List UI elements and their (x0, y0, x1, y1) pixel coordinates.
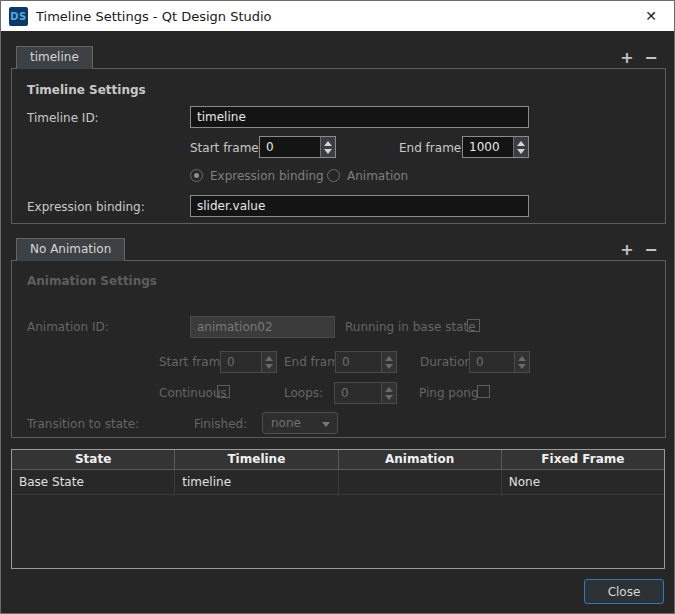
cell-animation (339, 470, 502, 494)
table-empty-area (12, 495, 664, 568)
spinner-arrows-icon (261, 352, 276, 372)
animation-radio-label: Animation (347, 169, 408, 183)
window-title: Timeline Settings - Qt Design Studio (36, 9, 272, 24)
anim-end-frame-spinner: 0 (335, 351, 397, 373)
close-button[interactable]: Close (584, 579, 664, 604)
titlebar: DS Timeline Settings - Qt Design Studio … (1, 1, 674, 31)
running-in-base-state-checkbox (467, 319, 480, 332)
header-fixed-frame[interactable]: Fixed Frame (502, 450, 664, 469)
transition-to-state-label: Transition to state: (27, 417, 139, 431)
app-logo-icon: DS (9, 7, 28, 26)
duration-spinner: 0 (469, 351, 530, 373)
start-frame-spinner[interactable]: 0 (259, 136, 336, 158)
timeline-id-label: Timeline ID: (27, 111, 99, 125)
states-table-header-row: State Timeline Animation Fixed Frame (12, 450, 664, 470)
header-state[interactable]: State (12, 450, 175, 469)
tab-timeline[interactable]: timeline (16, 46, 93, 69)
animation-settings-panel: Animation Settings Animation ID: Running… (11, 260, 666, 438)
expression-binding-input[interactable] (190, 195, 529, 217)
timeline-settings-panel: Timeline Settings Timeline ID: Start fra… (11, 68, 666, 224)
animation-radio (327, 169, 340, 182)
continuous-checkbox (217, 385, 230, 398)
cell-fixed-frame: None (502, 470, 664, 494)
timeline-settings-heading: Timeline Settings (27, 83, 146, 97)
header-animation[interactable]: Animation (339, 450, 502, 469)
finished-dropdown: none (262, 412, 338, 434)
animation-add-button[interactable]: + (617, 239, 637, 259)
timeline-settings-dialog: DS Timeline Settings - Qt Design Studio … (0, 0, 675, 614)
table-row-base-state[interactable]: Base State timeline None (12, 470, 664, 495)
chevron-down-icon (322, 422, 330, 427)
duration-label: Duration: (420, 355, 476, 369)
expression-binding-radio-label: Expression binding (210, 169, 324, 183)
spinner-arrows-icon (381, 383, 396, 403)
animation-id-label: Animation ID: (27, 320, 109, 334)
timeline-id-input[interactable] (190, 106, 529, 128)
cell-state: Base State (12, 470, 175, 494)
running-in-base-state-label: Running in base state (345, 320, 476, 334)
spinner-arrows-icon (381, 352, 396, 372)
loops-label: Loops: (284, 386, 323, 400)
expression-binding-label: Expression binding: (27, 200, 145, 214)
loops-spinner: 0 (334, 382, 397, 404)
anim-start-frame-spinner: 0 (220, 351, 277, 373)
animation-remove-button[interactable]: − (641, 239, 661, 259)
animation-id-input (190, 316, 335, 338)
spinner-arrows-icon (514, 352, 529, 372)
end-frame-spinner[interactable]: 1000 (462, 136, 529, 158)
states-table: State Timeline Animation Fixed Frame Bas… (11, 449, 665, 569)
end-frame-label: End frame: (399, 141, 465, 155)
cell-timeline: timeline (175, 470, 338, 494)
expression-binding-radio (190, 169, 203, 182)
header-timeline[interactable]: Timeline (175, 450, 338, 469)
spinner-arrows-icon[interactable] (320, 137, 335, 157)
ping-pong-checkbox (477, 385, 490, 398)
spinner-arrows-icon[interactable] (513, 137, 528, 157)
animation-settings-heading: Animation Settings (27, 274, 157, 288)
finished-label: Finished: (194, 417, 247, 431)
timeline-add-button[interactable]: + (617, 47, 637, 67)
timeline-remove-button[interactable]: − (641, 47, 661, 67)
window-close-icon[interactable]: ✕ (628, 1, 674, 31)
tab-no-animation[interactable]: No Animation (16, 238, 125, 261)
ping-pong-label: Ping pong (419, 386, 479, 400)
start-frame-label: Start frame: (190, 141, 263, 155)
